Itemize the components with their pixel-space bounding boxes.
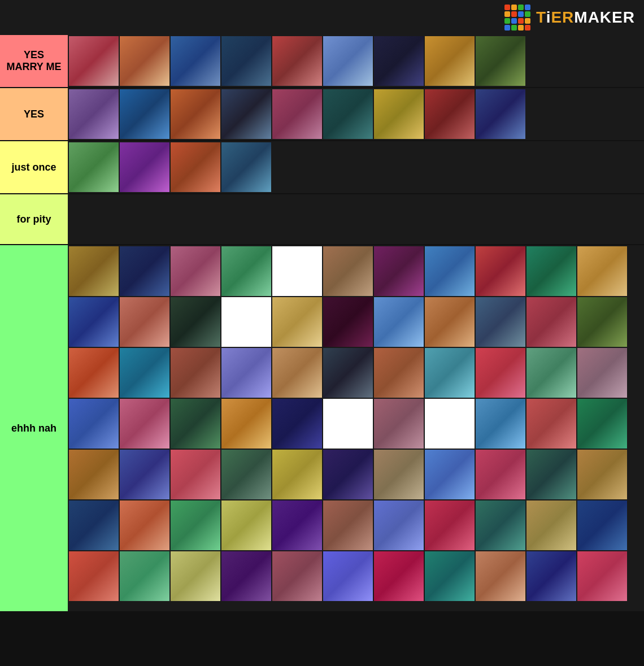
character-lumiere-char[interactable] [171,246,220,296]
character-lefou[interactable] [577,246,627,296]
character-moana[interactable] [120,450,169,499]
character-lumiere2[interactable] [272,500,322,550]
character-dragon-char[interactable] [526,297,576,347]
character-quasimodo[interactable] [526,551,576,601]
character-kronk[interactable] [69,500,119,550]
character-nala[interactable] [69,450,119,499]
character-chip[interactable] [374,399,424,449]
character-hades-char[interactable] [374,297,424,347]
character-rapunzel-row1[interactable] [526,246,576,296]
character-max[interactable] [171,348,220,398]
character-minnie[interactable] [425,399,475,449]
header: TiERMAKER [0,0,644,35]
character-simba[interactable] [476,450,525,499]
character-candelabra[interactable] [374,89,424,139]
character-flower-char[interactable] [323,348,373,398]
character-aquata[interactable] [120,142,169,192]
character-snow-white2[interactable] [374,500,424,550]
character-genie[interactable] [171,399,220,449]
character-mulan2[interactable] [374,450,424,499]
character-mirabel2[interactable] [171,551,220,601]
character-anna[interactable] [69,36,119,86]
character-shang[interactable] [272,89,322,139]
character-mickey[interactable] [323,399,373,449]
character-mirabel[interactable] [577,450,627,499]
character-kida[interactable] [221,89,271,139]
character-tiana[interactable] [476,89,525,139]
character-jasmine[interactable] [171,89,220,139]
character-tiger-lily[interactable] [221,246,271,296]
character-maleficent[interactable] [374,36,424,86]
character-ursula[interactable] [374,551,424,601]
character-luisa-char[interactable] [221,399,271,449]
character-merida[interactable] [374,348,424,398]
character-cheshire[interactable] [476,246,525,296]
character-dopey-char[interactable] [323,297,373,347]
character-pocahontas4[interactable] [221,551,271,601]
character-simba2[interactable] [476,500,525,550]
character-tinker-bell-char[interactable] [577,348,627,398]
character-cruella[interactable] [323,246,373,296]
character-gaston[interactable] [425,246,475,296]
character-isabella[interactable] [120,551,169,601]
character-daisy[interactable] [272,246,322,296]
character-aladdin[interactable] [120,297,169,347]
character-mulan[interactable] [425,36,475,86]
character-tarzan[interactable] [69,89,119,139]
character-cinderella-char[interactable] [374,246,424,296]
character-pocahontas2[interactable] [577,399,627,449]
character-fairy-godmother[interactable] [69,246,119,296]
character-hat-villain[interactable] [171,36,220,86]
character-donald[interactable] [221,297,271,347]
character-kuzco[interactable] [526,348,576,398]
character-shang2[interactable] [272,399,322,449]
character-naveen-char[interactable] [69,399,119,449]
character-pacha[interactable] [69,348,119,398]
character-big-nose[interactable] [425,500,475,550]
character-tiana2[interactable] [323,551,373,601]
character-maui2[interactable] [526,399,576,449]
character-ariel2[interactable] [425,450,475,499]
character-doc[interactable] [272,297,322,347]
character-bambi-char[interactable] [323,450,373,499]
character-elsa-pondering[interactable] [323,89,373,139]
character-esmeralda[interactable] [425,89,475,139]
character-scar2[interactable] [272,551,322,601]
character-evil-queen[interactable] [120,246,169,296]
character-ariel3[interactable] [577,551,627,601]
character-mrs-potts[interactable] [171,500,220,550]
character-beast[interactable] [476,551,525,601]
character-elsa-blue[interactable] [272,36,322,86]
character-jim-hawkins[interactable] [526,450,576,499]
character-pocahontas-char[interactable] [69,297,119,347]
character-maui-row3[interactable] [425,348,475,398]
character-bashful[interactable] [476,297,525,347]
character-ariel-row3[interactable] [577,297,627,347]
character-goofy[interactable] [120,348,169,398]
character-yzma[interactable] [526,500,576,550]
character-donald2[interactable] [577,500,627,550]
character-belle[interactable] [120,36,169,86]
character-tinker-bell2[interactable] [425,551,475,601]
character-mad-hatter[interactable] [120,500,169,550]
character-rapunzel2[interactable] [171,450,220,499]
character-elsa-curious[interactable] [323,36,373,86]
character-fairy-blue[interactable] [476,348,525,398]
character-flynn-rider[interactable] [120,89,169,139]
character-witch[interactable] [171,297,220,347]
character-scar[interactable] [221,142,271,192]
character-pocahontas3[interactable] [221,500,271,550]
character-shan-yu[interactable] [272,348,322,398]
character-pirate-girl[interactable] [171,142,220,192]
character-mulan-dark[interactable] [476,36,525,86]
character-madam-mim[interactable] [221,36,271,86]
character-barbossa[interactable] [69,551,119,601]
character-tink-wings[interactable] [120,399,169,449]
character-prince-eric[interactable] [272,450,322,499]
character-mama-odie[interactable] [221,348,271,398]
character-cinderella2[interactable] [221,450,271,499]
character-hercules[interactable] [425,297,475,347]
character-captain-hook-girl[interactable] [69,142,119,192]
character-shang3[interactable] [323,500,373,550]
character-elsa2[interactable] [476,399,525,449]
